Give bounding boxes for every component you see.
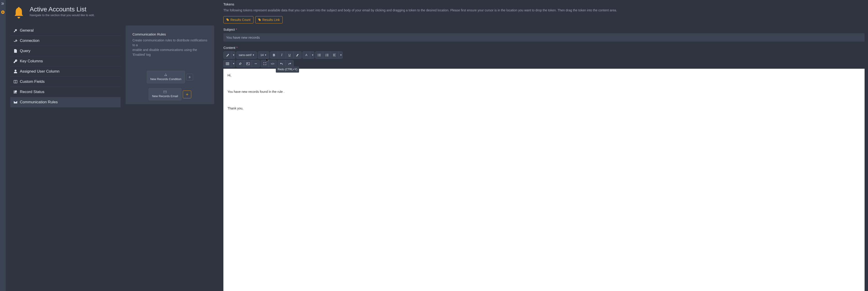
magic-button[interactable] xyxy=(224,52,231,59)
sidebar-item-label: Assigned User Column xyxy=(20,69,60,74)
svg-text:3: 3 xyxy=(325,55,326,57)
ordered-list-button[interactable]: 123 xyxy=(323,52,331,59)
columns-icon xyxy=(13,80,18,83)
text-color-dropdown[interactable]: ▼ xyxy=(310,52,314,59)
text-color-button[interactable]: A xyxy=(303,52,310,59)
panel-description: Create communication rules to distribute… xyxy=(132,38,208,57)
edit-icon xyxy=(13,90,18,94)
main-column: Active Accounts List Navigate to the sec… xyxy=(6,0,219,291)
content-label: Content * xyxy=(223,46,865,49)
panel-title: Communication Rules xyxy=(132,32,208,36)
envelope-icon xyxy=(13,101,18,104)
page-header: Active Accounts List Navigate to the sec… xyxy=(10,6,214,20)
bell-icon xyxy=(12,6,25,20)
italic-button[interactable]: I xyxy=(278,52,286,59)
page-title: Active Accounts List xyxy=(30,6,95,13)
key-icon xyxy=(13,60,18,63)
token-results-link[interactable]: Results Link xyxy=(255,16,283,24)
undo-button[interactable] xyxy=(278,60,286,67)
tokens-help-text: The following tokens represent available… xyxy=(223,8,865,13)
sidebar-item-label: Key Columns xyxy=(20,59,43,64)
sidebar-item-label: Connection xyxy=(20,38,39,43)
sidebar-item-label: Communication Rules xyxy=(20,100,58,104)
sidebar-item-assigned-user[interactable]: Assigned User Column xyxy=(10,66,121,77)
redo-button[interactable] xyxy=(286,60,293,67)
unordered-list-button[interactable] xyxy=(315,52,323,59)
magic-dropdown[interactable]: ▼ xyxy=(231,52,235,59)
editor-paragraph: You have new records found in the rule . xyxy=(227,89,861,94)
sidebar-item-custom-fields[interactable]: Custom Fields xyxy=(10,77,121,87)
svg-point-9 xyxy=(318,56,318,56)
add-condition-button[interactable] xyxy=(186,74,193,80)
rule-flow: New Records Condition New Records Email xyxy=(132,71,208,100)
token-results-count[interactable]: Results Count xyxy=(223,16,253,24)
sidebar-nav: General Connection Query Key Columns Ass… xyxy=(10,26,121,291)
clear-format-button[interactable] xyxy=(293,52,301,59)
align-button[interactable] xyxy=(331,52,339,59)
editor-paragraph: Hi, xyxy=(227,73,861,78)
node-label: New Records Email xyxy=(152,95,178,98)
envelope-icon xyxy=(163,91,167,93)
svg-rect-20 xyxy=(226,62,229,65)
editor-paragraph: Thank you, xyxy=(227,106,861,111)
svg-rect-21 xyxy=(246,62,249,65)
svg-rect-12 xyxy=(327,54,329,54)
sidebar-item-general[interactable]: General xyxy=(10,26,121,36)
content-editor[interactable]: Redo (CTRL+Y) Hi, You have new records f… xyxy=(223,69,865,291)
tokens-heading: Tokens xyxy=(223,2,865,6)
svg-point-3 xyxy=(166,75,167,76)
table-button[interactable] xyxy=(224,60,231,67)
svg-rect-18 xyxy=(333,55,335,55)
wrench-icon xyxy=(13,29,18,32)
sidebar-item-key-columns[interactable]: Key Columns xyxy=(10,56,121,66)
font-size-select[interactable]: 14▼ xyxy=(258,52,269,59)
user-icon xyxy=(13,70,18,73)
sidebar-item-label: Query xyxy=(20,49,30,53)
svg-point-2 xyxy=(165,75,165,76)
svg-rect-17 xyxy=(333,54,336,54)
file-icon xyxy=(13,49,18,53)
editor-toolbar: ▼ sans-serif▼ 14▼ B I U A ▼ 123 xyxy=(223,51,865,59)
sidebar-item-label: Custom Fields xyxy=(20,79,45,84)
subject-label: Subject * xyxy=(223,28,865,31)
page-subtitle: Navigate to the section that you would l… xyxy=(30,13,95,17)
svg-rect-8 xyxy=(319,55,321,55)
tag-icon xyxy=(226,19,229,21)
subject-input[interactable] xyxy=(223,33,865,42)
branch-icon xyxy=(164,73,167,76)
svg-rect-6 xyxy=(319,54,321,54)
sidebar-item-record-status[interactable]: Record Status xyxy=(10,87,121,97)
bold-button[interactable]: B xyxy=(270,52,278,59)
link-button[interactable] xyxy=(237,60,244,67)
left-gutter xyxy=(0,0,6,291)
svg-rect-19 xyxy=(333,56,336,56)
underline-button[interactable]: U xyxy=(286,52,293,59)
code-view-button[interactable]: </> xyxy=(269,60,277,67)
right-panel: Tokens The following tokens represent av… xyxy=(219,0,868,291)
image-button[interactable] xyxy=(244,60,252,67)
sidebar-item-communication-rules[interactable]: Communication Rules xyxy=(10,97,121,107)
sidebar-item-connection[interactable]: Connection xyxy=(10,36,121,46)
redo-tooltip: Redo (CTRL+Y) xyxy=(276,66,299,73)
condition-node[interactable]: New Records Condition xyxy=(147,71,185,83)
add-button[interactable] xyxy=(1,10,5,14)
font-family-select[interactable]: sans-serif▼ xyxy=(237,52,257,59)
sidebar-item-label: Record Status xyxy=(20,89,44,94)
fullscreen-button[interactable] xyxy=(261,60,269,67)
add-email-button[interactable] xyxy=(183,90,191,98)
plug-icon xyxy=(13,39,18,42)
align-dropdown[interactable]: ▼ xyxy=(339,52,342,59)
communication-rules-panel: Communication Rules Create communication… xyxy=(126,26,214,104)
svg-rect-14 xyxy=(327,55,329,55)
hr-button[interactable] xyxy=(252,60,259,67)
sidebar-item-query[interactable]: Query xyxy=(10,46,121,56)
node-label: New Records Condition xyxy=(150,77,181,81)
email-node[interactable]: New Records Email xyxy=(149,88,181,100)
svg-point-7 xyxy=(318,54,318,55)
sidebar-item-label: General xyxy=(20,28,33,33)
tag-icon xyxy=(258,19,261,21)
expand-sidebar-button[interactable] xyxy=(1,2,5,5)
svg-point-5 xyxy=(318,54,318,54)
table-dropdown[interactable]: ▼ xyxy=(231,60,235,67)
canvas-area: Communication Rules Create communication… xyxy=(126,26,214,291)
